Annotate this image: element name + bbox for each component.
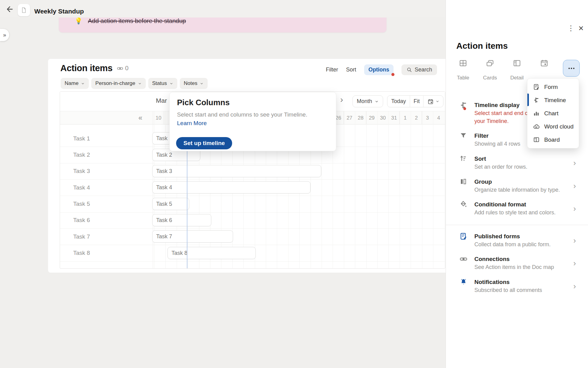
chevron-right-icon: › bbox=[573, 259, 576, 268]
bell-ringing-icon bbox=[459, 278, 468, 286]
view-cards[interactable]: Cards bbox=[479, 59, 501, 81]
chip-label: Notes bbox=[184, 80, 197, 86]
sidebar-expand-button[interactable]: » bbox=[0, 29, 9, 41]
banner-text: Add action items before the standup bbox=[88, 17, 186, 25]
setting-subtitle: Add rules to style text and colors. bbox=[474, 209, 556, 216]
search-button[interactable]: Search bbox=[401, 64, 437, 75]
today-button[interactable]: Today bbox=[387, 96, 410, 107]
more-views-button[interactable] bbox=[563, 60, 580, 77]
popover-subtitle: Select start and end columns to see your… bbox=[177, 111, 307, 118]
chevron-down-icon bbox=[375, 99, 379, 104]
row-divider bbox=[60, 163, 445, 163]
gantt-bar[interactable]: Task 8 bbox=[168, 247, 256, 259]
sort-arrow-icon bbox=[459, 155, 467, 163]
setting-title: Conditional format bbox=[474, 201, 526, 208]
calendar-icon bbox=[540, 59, 548, 67]
view-calendar[interactable] bbox=[533, 59, 555, 69]
setting-conditional-format[interactable]: Conditional format Add rules to style te… bbox=[446, 200, 588, 217]
app-root: 💡 Add action items before the standup We… bbox=[0, 0, 588, 368]
setting-subtitle: Select start and end c bbox=[474, 110, 528, 116]
notifications-icon bbox=[459, 278, 469, 287]
fit-button[interactable]: Fit bbox=[410, 96, 424, 107]
setting-subtitle: Set an order for rows. bbox=[474, 164, 527, 170]
board-icon bbox=[533, 136, 540, 143]
columns-icon bbox=[459, 178, 467, 186]
calendar-view-icon bbox=[540, 59, 548, 68]
row-divider bbox=[60, 179, 445, 180]
calendar-range-button[interactable] bbox=[424, 96, 443, 107]
form-pencil-icon bbox=[459, 232, 468, 240]
gantt-bar[interactable]: Task 7 bbox=[152, 230, 233, 243]
timeline-icon bbox=[533, 97, 540, 104]
setting-subtitle: See Action items in the Doc map bbox=[474, 264, 554, 270]
gantt-bar[interactable]: Task 4 bbox=[152, 181, 311, 194]
pick-columns-popover: Pick Columns Select start and end column… bbox=[169, 92, 336, 151]
chevron-right-icon: › bbox=[573, 204, 576, 213]
menu-item-timeline[interactable]: Timeline bbox=[527, 94, 579, 107]
task-row-label: Task 8 bbox=[73, 250, 134, 256]
doc-icon-chip[interactable] bbox=[18, 4, 30, 16]
paint-bucket-icon bbox=[459, 200, 467, 208]
back-button[interactable] bbox=[6, 5, 14, 13]
setting-subtitle: Showing all 4 rows bbox=[474, 141, 520, 147]
chevron-down-icon bbox=[435, 99, 439, 103]
chip-label: Name bbox=[65, 80, 78, 86]
sidebar-close-button[interactable]: ✕ bbox=[578, 25, 584, 33]
next-month-button[interactable]: › bbox=[340, 95, 343, 105]
setting-group[interactable]: Group Organize table information by type… bbox=[446, 178, 588, 195]
gantt-bar[interactable]: Task 5 bbox=[152, 198, 189, 210]
setting-title: Published forms bbox=[474, 233, 520, 240]
timeline-display-icon bbox=[459, 101, 469, 110]
chevron-down-icon bbox=[200, 82, 204, 86]
setup-timeline-button[interactable]: Set up timeline bbox=[176, 137, 232, 149]
connections-icon bbox=[459, 255, 469, 264]
published-forms-icon bbox=[459, 232, 469, 241]
detail-view-icon bbox=[513, 59, 521, 68]
view-label: Table bbox=[452, 75, 474, 81]
setting-notifications[interactable]: Notifications Subscribed to all comments… bbox=[446, 278, 588, 295]
link-count-value: 0 bbox=[125, 65, 128, 72]
column-chip-notes[interactable]: Notes bbox=[180, 78, 208, 89]
task-row-label: Task 2 bbox=[73, 151, 134, 158]
setting-title: Notifications bbox=[474, 279, 510, 285]
view-detail[interactable]: Detail bbox=[506, 59, 528, 81]
sidebar-kebab-button[interactable]: ⋮ bbox=[567, 24, 575, 33]
options-button[interactable]: Options bbox=[364, 64, 394, 75]
row-divider bbox=[60, 212, 445, 213]
link-count-badge: 0 bbox=[117, 65, 128, 72]
menu-item-label: Board bbox=[544, 136, 560, 143]
top-bar: Weekly Standup bbox=[0, 0, 446, 17]
setting-subtitle: Collect data from a public form. bbox=[474, 241, 551, 247]
setting-published-forms[interactable]: Published forms Collect data from a publ… bbox=[446, 232, 588, 249]
alert-dot bbox=[463, 107, 466, 110]
collapse-panel-button[interactable]: « bbox=[138, 114, 142, 122]
learn-more-link[interactable]: Learn More bbox=[177, 120, 207, 127]
gantt-bar[interactable]: Task 3 bbox=[152, 165, 321, 177]
row-divider bbox=[60, 196, 445, 196]
sidebar-title: Action items bbox=[456, 41, 508, 51]
menu-item-word-cloud[interactable]: Word cloud bbox=[527, 120, 579, 133]
menu-item-chart[interactable]: Chart bbox=[527, 107, 579, 120]
chip-label: Person-in-charge bbox=[95, 80, 135, 86]
sort-button[interactable]: Sort bbox=[346, 67, 356, 73]
filter-button[interactable]: Filter bbox=[326, 67, 338, 73]
setting-connections[interactable]: Connections See Action items in the Doc … bbox=[446, 255, 588, 272]
chip-label: Status bbox=[152, 80, 167, 86]
menu-item-label: Word cloud bbox=[544, 123, 574, 130]
gantt-bar[interactable]: Task 6 bbox=[152, 214, 211, 226]
chevron-right-icon: › bbox=[573, 158, 576, 168]
column-chip-name[interactable]: Name bbox=[61, 78, 89, 89]
setting-sort[interactable]: Sort Set an order for rows. › bbox=[446, 155, 588, 172]
column-chip-status[interactable]: Status bbox=[148, 78, 177, 89]
view-label: Detail bbox=[506, 75, 528, 81]
menu-item-board[interactable]: Board bbox=[527, 133, 579, 146]
column-chip-person[interactable]: Person-in-charge bbox=[91, 78, 145, 89]
task-row-label: Task 6 bbox=[73, 217, 134, 224]
page-icon bbox=[21, 7, 27, 13]
table-view-icon bbox=[459, 59, 467, 68]
view-table[interactable]: Table bbox=[452, 59, 474, 81]
sort-icon bbox=[459, 155, 469, 164]
zoom-select[interactable]: Month bbox=[352, 95, 383, 107]
link-icon bbox=[117, 65, 123, 72]
menu-item-form[interactable]: Form bbox=[527, 80, 579, 94]
